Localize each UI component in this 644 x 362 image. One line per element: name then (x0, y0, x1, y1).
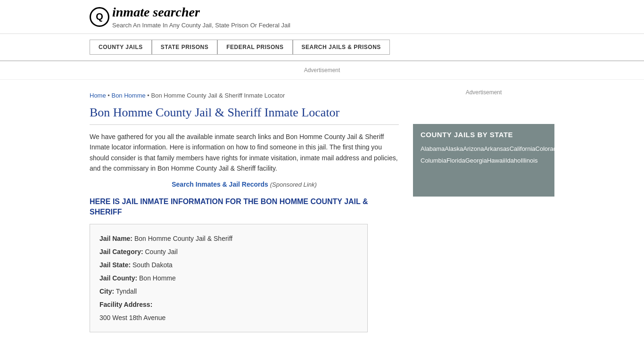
tagline: Search An Inmate In Any County Jail, Sta… (112, 22, 290, 29)
logo-text: inmate searcher (112, 5, 290, 20)
content-wrapper: Home • Bon Homme • Bon Homme County Jail… (0, 84, 644, 332)
breadcrumb-sep1: • (106, 92, 112, 99)
sidebar: Advertisement COUNTY JAILS BY STATE Alab… (413, 84, 554, 332)
state-columns: AlabamaAlaskaArizonaArkansasCaliforniaCo… (421, 143, 547, 190)
page-title: Bon Homme County Jail & Sheriff Inmate L… (90, 106, 399, 125)
state-link[interactable]: Arizona (463, 145, 484, 152)
state-link[interactable]: Georgia (465, 157, 487, 164)
breadcrumb-current: Bon Homme County Jail & Sheriff Inmate L… (151, 92, 285, 99)
nav-state-prisons[interactable]: STATE PRISONS (152, 40, 217, 55)
logo-icon: Q (90, 7, 109, 27)
info-row-city: City: Tyndall (99, 285, 358, 298)
nav-inner: COUNTY JAILS STATE PRISONS FEDERAL PRISO… (90, 40, 554, 55)
state-link[interactable]: Illinois (520, 157, 537, 164)
county-jails-title: COUNTY JAILS BY STATE (421, 131, 547, 139)
header: Q inmate searcher Search An Inmate In An… (0, 0, 644, 34)
state-link[interactable]: Hawaii (487, 157, 505, 164)
intro-text: We have gathered for you all the availab… (90, 132, 399, 174)
main-content: Home • Bon Homme • Bon Homme County Jail… (90, 84, 399, 332)
jail-name-value: Bon Homme County Jail & Sheriff (134, 235, 232, 242)
nav-search-jails[interactable]: SEARCH JAILS & PRISONS (293, 40, 390, 55)
nav-county-jails[interactable]: COUNTY JAILS (90, 40, 152, 55)
info-row-jail-name: Jail Name: Bon Homme County Jail & Sheri… (99, 232, 358, 245)
info-row-category: Jail Category: County Jail (99, 245, 358, 258)
breadcrumb: Home • Bon Homme • Bon Homme County Jail… (90, 92, 399, 99)
info-row-state: Jail State: South Dakota (99, 258, 358, 272)
sponsored-link[interactable]: Search Inmates & Jail Records (172, 181, 268, 188)
ad-sidebar: Advertisement (413, 89, 554, 117)
sponsored-label: (Sponsored Link) (270, 181, 317, 188)
state-link[interactable]: Arkansas (484, 145, 509, 152)
jail-state-label: Jail State: (99, 261, 131, 269)
state-link[interactable]: Alabama (421, 145, 445, 152)
county-jails-box: COUNTY JAILS BY STATE AlabamaAlaskaArizo… (413, 124, 554, 197)
ad-top: Advertisement (0, 61, 644, 80)
jail-name-label: Jail Name: (99, 235, 132, 242)
info-box: Jail Name: Bon Homme County Jail & Sheri… (90, 224, 368, 332)
state-link[interactable]: Idaho (505, 157, 521, 164)
jail-category-value: County Jail (145, 248, 177, 255)
sponsored-link-container: Search Inmates & Jail Records (Sponsored… (90, 181, 399, 188)
jail-state-value: South Dakota (132, 261, 173, 269)
state-link[interactable]: Delaware (593, 145, 619, 152)
facility-address-value: 300 West 18th Avenue (99, 311, 358, 324)
state-link[interactable]: Colorado (536, 145, 561, 152)
breadcrumb-sep2: • (146, 92, 151, 99)
state-link[interactable]: Florida (446, 157, 465, 164)
nav: COUNTY JAILS STATE PRISONS FEDERAL PRISO… (0, 34, 644, 61)
jail-county-label: Jail County: (99, 274, 137, 282)
info-row-county: Jail County: Bon Homme (99, 272, 358, 285)
jail-category-label: Jail Category: (99, 248, 143, 255)
states-right-col: MontanaNebraskaNevadaNew HampshireNew Je… (641, 143, 644, 190)
city-label: City: (99, 288, 114, 295)
logo-area: Q inmate searcher Search An Inmate In An… (90, 5, 554, 29)
state-link[interactable]: California (510, 145, 536, 152)
facility-address-label: Facility Address: (99, 301, 152, 308)
state-link[interactable]: Alaska (445, 145, 463, 152)
state-link[interactable]: Connecticut (560, 145, 593, 152)
city-value: Tyndall (116, 288, 137, 295)
nav-federal-prisons[interactable]: FEDERAL PRISONS (217, 40, 292, 55)
sub-heading: HERE IS JAIL INMATE INFORMATION FOR THE … (90, 197, 399, 218)
info-row-address: Facility Address: 300 West 18th Avenue (99, 298, 358, 324)
breadcrumb-home[interactable]: Home (90, 92, 106, 99)
jail-county-value: Bon Homme (139, 274, 176, 282)
states-left-col: AlabamaAlaskaArizonaArkansasCaliforniaCo… (421, 143, 636, 190)
breadcrumb-parent[interactable]: Bon Homme (111, 92, 145, 99)
state-link[interactable]: Montana (641, 145, 644, 152)
